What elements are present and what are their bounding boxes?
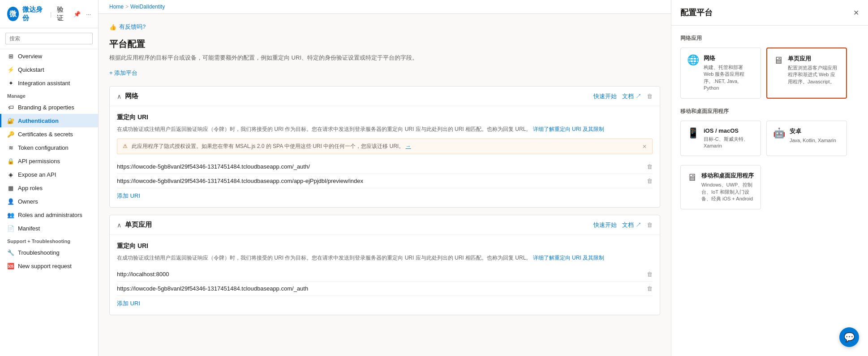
spa-chevron-icon[interactable]: ∧ [117, 221, 121, 229]
spa-add-uri-button[interactable]: 添加 URI [117, 300, 140, 308]
web-chevron-icon[interactable]: ∧ [117, 93, 121, 100]
right-panel-header: 配置平台 ✕ [671, 0, 868, 26]
sidebar-item-owners[interactable]: 👤 Owners [0, 195, 98, 208]
web-card-desc: 构建、托管和部署 Web 服务器应用程序。.NET, Java, Python [704, 64, 754, 92]
sidebar-item-api[interactable]: 🔒 API permissions [0, 154, 98, 168]
spa-card-icon: 🖥 [773, 55, 783, 66]
owners-icon: 👤 [7, 198, 14, 205]
spa-section-body: 重定向 URI 在成功验证或注销用户后返回验证响应（令牌）时，我们将接受的 UR… [110, 235, 660, 315]
sidebar-item-approles[interactable]: ▦ App roles [0, 181, 98, 195]
pin-icon[interactable]: 📌 [73, 11, 81, 17]
sidebar-item-integration[interactable]: ✦ Integration assistant [0, 76, 98, 90]
platform-card-web[interactable]: 🌐 网络 构建、托管和部署 Web 服务器应用程序。.NET, Java, Py… [680, 48, 761, 99]
api-icon: 🔒 [7, 157, 14, 165]
web-card-icon: 🌐 [687, 54, 699, 66]
logo-icon: 微 [7, 7, 19, 21]
android-card-icon: 🤖 [773, 127, 785, 139]
web-redirect-desc: 在成功验证或注销用户后返回验证响应（令牌）时，我们将接受的 URI 作为目标。您… [117, 125, 653, 133]
sidebar: 微 微达身份 | 验证 📌 ··· ⊞ Overview ⚡ Quickstar… [0, 0, 99, 356]
web-uri-0-delete-button[interactable]: 🗑 [647, 163, 653, 170]
web-quickstart-link[interactable]: 快速开始 [593, 92, 617, 100]
web-platform-section: ∧ 网络 快速开始 文档 ↗ 🗑 重定向 URI 在成功验证或注销用户后返回验证… [109, 86, 660, 208]
spa-uri-row-1: https://lowcode-5gb8vanl29f54346-1317451… [117, 282, 653, 296]
desktop-platform-cards: 🖥 移动和桌面应用程序 Windows、UWP、控制台、IoT 和限制入门设备、… [680, 165, 859, 209]
right-panel-close-button[interactable]: ✕ [853, 9, 859, 17]
web-doc-link[interactable]: 文档 ↗ [622, 92, 641, 100]
token-icon: ≋ [7, 144, 14, 151]
sidebar-item-authentication[interactable]: 🔐 Authentication [0, 114, 98, 127]
sidebar-item-radmin[interactable]: 👥 Roles and administrators [0, 208, 98, 221]
sidebar-item-manifest[interactable]: 📄 Manifest [0, 221, 98, 235]
support-icon: 🆘 [7, 262, 14, 269]
platform-card-desktop[interactable]: 🖥 移动和桌面应用程序 Windows、UWP、控制台、IoT 和限制入门设备、… [680, 165, 761, 209]
app-sub: 验证 [57, 5, 68, 22]
trouble-icon: 🔧 [7, 249, 14, 256]
android-card-desc: Java, Kotlin, Xamarin [790, 137, 836, 144]
platform-card-ios[interactable]: 📱 iOS / macOS 目标-C、斯威夫特、Xamarin [680, 121, 761, 156]
page-title: 平台配置 [109, 38, 660, 50]
sidebar-item-expose[interactable]: ◈ Expose an API [0, 168, 98, 181]
sidebar-item-token[interactable]: ≋ Token configuration [0, 141, 98, 154]
sidebar-item-troubleshooting[interactable]: 🔧 Troubleshooting [0, 246, 98, 259]
spa-section-title: 单页应用 [125, 221, 590, 229]
web-section-body: 重定向 URI 在成功验证或注销用户后返回验证响应（令牌）时，我们将接受的 UR… [110, 106, 660, 207]
more-icon[interactable]: ··· [86, 11, 91, 17]
support-section-label: Support + Troubleshooting [0, 235, 98, 246]
web-uri-1-delete-button[interactable]: 🗑 [647, 178, 653, 184]
brand-icon: 🏷 [7, 104, 14, 111]
page-desc: 根据此应用程序的目标平台或设备，可能需要额外的配置，例如重定向 URI、特定的身… [109, 54, 468, 62]
desktop-card-desc: Windows、UWP、控制台、IoT 和限制入门设备、经典 iOS + And… [701, 182, 754, 202]
spa-platform-section: ∧ 单页应用 快速开始 文档 ↗ 🗑 重定向 URI 在成功验证或注销用户后返回… [109, 215, 660, 315]
desktop-card-title: 移动和桌面应用程序 [701, 172, 754, 180]
spa-uri-1-delete-button[interactable]: 🗑 [647, 285, 653, 292]
breadcrumb-home[interactable]: Home [109, 4, 124, 10]
spa-uri-row-0: http://localhost:8000 🗑 [117, 267, 653, 282]
add-platform-button[interactable]: + 添加平台 [109, 69, 660, 77]
bolt-icon: ⚡ [7, 66, 14, 73]
web-delete-button[interactable]: 🗑 [647, 93, 653, 100]
sidebar-item-overview[interactable]: ⊞ Overview [0, 49, 98, 63]
sidebar-item-certificates[interactable]: 🔑 Certificates & secrets [0, 127, 98, 141]
warning-link[interactable]: → [406, 143, 411, 149]
cert-icon: 🔑 [7, 130, 14, 138]
spa-doc-link[interactable]: 文档 ↗ [622, 221, 641, 229]
radmin-icon: 👥 [7, 211, 14, 218]
web-detail-link[interactable]: 详细了解重定向 URI 及其限制 [533, 126, 604, 132]
spa-quickstart-link[interactable]: 快速开始 [593, 221, 617, 229]
web-uri-row-0: https://lowcode-5gb8vanl29f54346-1317451… [117, 160, 653, 174]
web-platform-cards: 🌐 网络 构建、托管和部署 Web 服务器应用程序。.NET, Java, Py… [680, 48, 859, 99]
main-content: 👍 有反馈吗? 平台配置 根据此应用程序的目标平台或设备，可能需要额外的配置，例… [99, 14, 671, 356]
feedback-bar: 👍 有反馈吗? [109, 23, 660, 31]
right-panel: 配置平台 ✕ 网络应用 🌐 网络 构建、托管和部署 Web 服务器应用程序。.N… [671, 0, 868, 356]
sidebar-item-branding[interactable]: 🏷 Branding & properties [0, 100, 98, 114]
spa-redirect-desc: 在成功验证或注销用户后返回验证响应（令牌）时，我们将接受的 URI 作为目标。您… [117, 254, 653, 262]
warning-close-button[interactable]: ✕ [642, 143, 647, 150]
spa-uri-0-delete-button[interactable]: 🗑 [647, 271, 653, 278]
breadcrumb-app[interactable]: WeiDalIdentity [130, 4, 165, 10]
right-panel-body: 网络应用 🌐 网络 构建、托管和部署 Web 服务器应用程序。.NET, Jav… [671, 26, 868, 226]
sidebar-item-support[interactable]: 🆘 New support request [0, 259, 98, 273]
feedback-label[interactable]: 有反馈吗? [119, 23, 146, 31]
platform-card-spa[interactable]: 🖥 单页应用 配置浏览器客户端应用程序和渐进式 Web 应用程序。Javascr… [766, 48, 847, 99]
search-input[interactable] [5, 33, 93, 44]
desktop-card-icon: 🖥 [687, 172, 697, 183]
roles-icon: ▦ [7, 184, 14, 191]
app-logo: 微 微达身份 | 验证 📌 ··· [0, 0, 98, 28]
grid-icon: ⊞ [7, 52, 14, 60]
sidebar-item-quickstart[interactable]: ⚡ Quickstart [0, 63, 98, 76]
ios-card-title: iOS / macOS [704, 127, 754, 134]
mobile-label: 移动和桌面应用程序 [680, 108, 859, 115]
spa-section-header: ∧ 单页应用 快速开始 文档 ↗ 🗑 [110, 215, 660, 235]
web-app-label: 网络应用 [680, 35, 859, 42]
chat-icon: 💬 [844, 332, 855, 343]
manifest-icon: 📄 [7, 225, 14, 232]
auth-icon: 🔐 [7, 117, 14, 124]
web-add-uri-button[interactable]: 添加 URI [117, 192, 140, 200]
spa-redirect-title: 重定向 URI [117, 242, 653, 250]
platform-card-android[interactable]: 🤖 安卓 Java, Kotlin, Xamarin [766, 121, 847, 156]
spa-delete-button[interactable]: 🗑 [647, 221, 653, 228]
external-link-icon: ↗ [636, 93, 641, 100]
spa-external-link-icon: ↗ [636, 221, 641, 228]
chat-button[interactable]: 💬 [839, 327, 859, 347]
spa-detail-link[interactable]: 详细了解重定向 URI 及其限制 [533, 255, 604, 261]
